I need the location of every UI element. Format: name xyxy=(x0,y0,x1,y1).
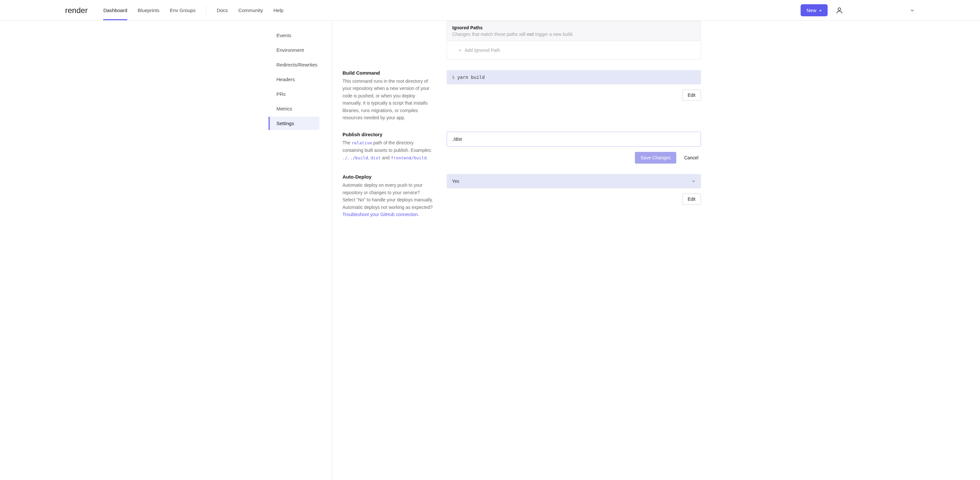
content: Ignored Paths Changes that match these p… xyxy=(332,21,711,480)
auto-deploy-row: Auto-Deploy Automatic deploy on every pu… xyxy=(342,174,701,218)
add-ignored-path-label: Add Ignored Path xyxy=(465,48,500,53)
sidebar-item-prs[interactable]: PRs xyxy=(269,87,332,101)
nav-env-groups[interactable]: Env Groups xyxy=(170,0,195,20)
logo[interactable]: render xyxy=(65,6,88,15)
nav-docs[interactable]: Docs xyxy=(217,0,228,20)
ignored-paths-body: + Add Ignored Path xyxy=(447,41,701,60)
ignored-paths-header: Ignored Paths Changes that match these p… xyxy=(447,21,701,41)
auto-deploy-actions: Edit xyxy=(447,194,701,205)
publish-dir-desc: The relative path of the directory conta… xyxy=(342,139,434,161)
new-button[interactable]: New + xyxy=(800,4,827,16)
nav-right: New + xyxy=(800,4,915,16)
save-changes-button[interactable]: Save Changes xyxy=(635,152,676,164)
sidebar: Events Environment Redirects/Rewrites He… xyxy=(269,21,332,480)
chevron-down-icon xyxy=(691,179,696,183)
publish-dir-control: Save Changes Cancel xyxy=(447,132,701,164)
build-command-desc: This command runs in the root directory … xyxy=(342,78,434,121)
publish-dir-title: Publish directory xyxy=(342,132,434,137)
build-command-text: yarn build xyxy=(457,75,484,80)
build-command-control: $yarn build Edit xyxy=(447,70,701,121)
user-icon[interactable] xyxy=(835,6,843,14)
sidebar-item-settings[interactable]: Settings xyxy=(269,116,320,130)
svg-point-0 xyxy=(838,8,841,10)
auto-deploy-label: Auto-Deploy Automatic deploy on every pu… xyxy=(342,174,434,218)
nav-blueprints[interactable]: Blueprints xyxy=(138,0,159,20)
plus-icon: + xyxy=(459,48,461,53)
add-ignored-path-button[interactable]: + Add Ignored Path xyxy=(452,48,500,53)
ignored-paths-title: Ignored Paths xyxy=(452,25,695,30)
chevron-down-icon[interactable] xyxy=(910,8,915,13)
shell-prompt: $ xyxy=(452,75,455,80)
ignored-paths-desc: Changes that match these paths will not … xyxy=(452,32,695,37)
troubleshoot-link[interactable]: Troubleshoot your GitHub connection xyxy=(342,212,418,217)
auto-deploy-select[interactable]: Yes xyxy=(447,174,701,188)
ignored-paths-control: Ignored Paths Changes that match these p… xyxy=(447,21,701,60)
build-command-actions: Edit xyxy=(447,89,701,101)
top-nav: render Dashboard Blueprints Env Groups D… xyxy=(0,0,980,21)
nav-community[interactable]: Community xyxy=(238,0,263,20)
build-command-title: Build Command xyxy=(342,70,434,76)
publish-dir-actions: Save Changes Cancel xyxy=(447,152,701,164)
sidebar-item-events[interactable]: Events xyxy=(269,29,332,42)
publish-dir-input[interactable] xyxy=(447,132,701,147)
main-container: Events Environment Redirects/Rewrites He… xyxy=(269,21,711,480)
build-command-value: $yarn build xyxy=(447,70,701,85)
nav-links: Dashboard Blueprints Env Groups Docs Com… xyxy=(103,0,800,20)
auto-deploy-edit-button[interactable]: Edit xyxy=(682,194,701,205)
sidebar-item-metrics[interactable]: Metrics xyxy=(269,102,332,115)
nav-help[interactable]: Help xyxy=(274,0,283,20)
auto-deploy-desc: Automatic deploy on every push to your r… xyxy=(342,182,434,218)
publish-dir-label: Publish directory The relative path of t… xyxy=(342,132,434,164)
cancel-button[interactable]: Cancel xyxy=(681,152,701,164)
sidebar-item-redirects[interactable]: Redirects/Rewrites xyxy=(269,58,332,71)
nav-divider xyxy=(206,6,207,15)
new-button-label: New xyxy=(807,8,816,13)
ignored-paths-row: Ignored Paths Changes that match these p… xyxy=(342,21,701,60)
nav-dashboard[interactable]: Dashboard xyxy=(103,0,127,20)
auto-deploy-title: Auto-Deploy xyxy=(342,174,434,180)
publish-dir-row: Publish directory The relative path of t… xyxy=(342,132,701,164)
auto-deploy-value: Yes xyxy=(452,179,460,184)
auto-deploy-control: Yes Edit xyxy=(447,174,701,218)
sidebar-item-headers[interactable]: Headers xyxy=(269,73,332,86)
build-command-label: Build Command This command runs in the r… xyxy=(342,70,434,121)
sidebar-item-environment[interactable]: Environment xyxy=(269,43,332,57)
build-command-row: Build Command This command runs in the r… xyxy=(342,70,701,121)
plus-icon: + xyxy=(819,8,822,13)
build-command-edit-button[interactable]: Edit xyxy=(682,89,701,101)
